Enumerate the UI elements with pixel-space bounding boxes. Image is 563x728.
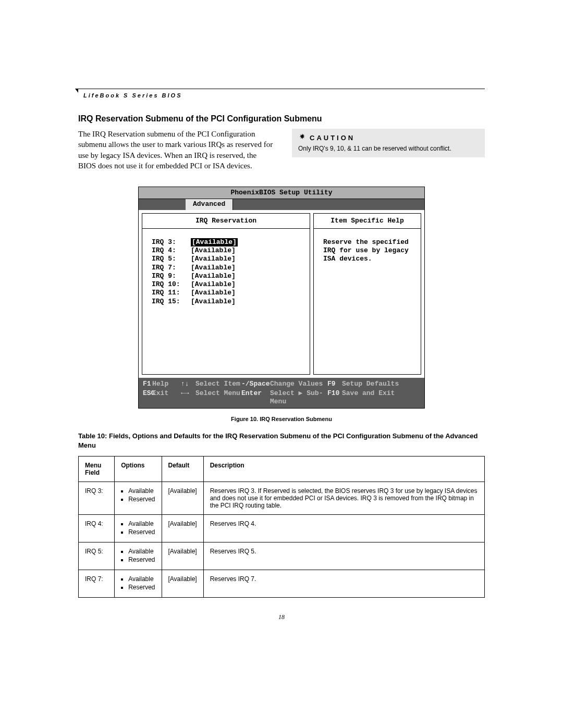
bios-item-list: IRQ 3:[Available]IRQ 4:[Available]IRQ 5:…: [142, 229, 310, 315]
intro-paragraph: The IRQ Reservation submenu of the PCI C…: [78, 129, 276, 171]
bios-irq-label: IRQ 4:: [152, 246, 186, 255]
bios-irq-value[interactable]: [Available]: [191, 238, 238, 246]
bios-footer-action: Select Menu: [195, 389, 241, 406]
bios-irq-row[interactable]: IRQ 10:[Available]: [152, 280, 300, 289]
doc-series: LifeBook S Series BIOS: [83, 92, 485, 98]
bios-title: PhoenixBIOS Setup Utility: [139, 187, 424, 199]
option-item: Available: [128, 487, 155, 495]
bios-footer-key: Enter: [241, 389, 270, 406]
option-item: Reserved: [128, 528, 155, 536]
bios-irq-value[interactable]: [Available]: [191, 255, 236, 263]
bios-body: IRQ Reservation IRQ 3:[Available]IRQ 4:[…: [139, 210, 424, 378]
cell-description: Reserves IRQ 4.: [203, 515, 484, 542]
bios-footer-action: Setup Defaults: [342, 380, 420, 388]
bios-footer-key: F1: [143, 380, 152, 388]
th-description: Description: [203, 456, 484, 482]
bios-irq-value[interactable]: [Available]: [191, 246, 236, 255]
bios-figure: PhoenixBIOS Setup Utility Advanced IRQ R…: [138, 187, 425, 409]
option-item: Available: [128, 575, 155, 583]
bios-right-pane: Item Specific Help Reserve the specified…: [313, 213, 421, 375]
cell-options: AvailableReserved: [115, 515, 162, 542]
bios-footer-key: ESC: [143, 389, 152, 406]
bios-footer-key: ↑↓: [181, 380, 195, 388]
table-row: IRQ 4:AvailableReserved[Available]Reserv…: [79, 515, 485, 542]
cell-menu-field: IRQ 4:: [79, 515, 115, 542]
bios-irq-label: IRQ 11:: [152, 289, 186, 297]
table-body: IRQ 3:AvailableReserved[Available]Reserv…: [79, 482, 485, 598]
options-table: Menu Field Options Default Description I…: [78, 456, 485, 598]
bios-irq-row[interactable]: IRQ 7:[Available]: [152, 264, 300, 272]
table-row: IRQ 7:AvailableReserved[Available]Reserv…: [79, 570, 485, 598]
cell-menu-field: IRQ 5:: [79, 542, 115, 570]
bios-irq-row[interactable]: IRQ 3:[Available]: [152, 238, 300, 246]
bios-help-text: Reserve the specified IRQ for use by leg…: [314, 229, 421, 273]
caution-column: CAUTION Only IRQ's 9, 10, & 11 can be re…: [292, 129, 485, 171]
bios-footer-action: Exit: [152, 389, 181, 406]
bios-irq-value[interactable]: [Available]: [191, 298, 236, 306]
cell-default: [Available]: [162, 482, 203, 515]
th-default: Default: [162, 456, 203, 482]
option-item: Available: [128, 520, 155, 527]
cell-description: Reserves IRQ 5.: [203, 542, 484, 570]
bios-footer-key: F10: [327, 389, 342, 406]
bios-irq-label: IRQ 3:: [152, 238, 186, 246]
page-number: 18: [78, 613, 485, 621]
cell-options: AvailableReserved: [115, 542, 162, 570]
bios-irq-row[interactable]: IRQ 9:[Available]: [152, 272, 300, 280]
cell-default: [Available]: [162, 542, 203, 570]
bios-left-pane: IRQ Reservation IRQ 3:[Available]IRQ 4:[…: [142, 213, 310, 375]
bios-irq-row[interactable]: IRQ 5:[Available]: [152, 255, 300, 263]
option-item: Reserved: [128, 556, 155, 563]
bios-irq-row[interactable]: IRQ 11:[Available]: [152, 289, 300, 297]
bios-footer-action: Change Values: [270, 380, 327, 388]
bios-right-title: Item Specific Help: [314, 214, 421, 229]
bios-irq-label: IRQ 10:: [152, 280, 186, 289]
bios-footer: F1Help↑↓Select Item-/SpaceChange ValuesF…: [139, 378, 424, 409]
cell-menu-field: IRQ 7:: [79, 570, 115, 598]
figure-caption: Figure 10. IRQ Reservation Submenu: [78, 416, 485, 422]
caution-text: Only IRQ's 9, 10, & 11 can be reserved w…: [298, 145, 479, 152]
page: LifeBook S Series BIOS IRQ Reservation S…: [0, 0, 563, 652]
bios-footer-action: Select Item: [195, 380, 241, 388]
cell-description: Reserves IRQ 7.: [203, 570, 484, 598]
cell-description: Reserves IRQ 3. If Reserved is selected,…: [203, 482, 484, 515]
bios-irq-label: IRQ 15:: [152, 298, 186, 306]
th-menu-field: Menu Field: [79, 456, 115, 482]
table-row: IRQ 3:AvailableReserved[Available]Reserv…: [79, 482, 485, 515]
caution-icon: [298, 133, 307, 143]
table-title: Table 10: Fields, Options and Defaults f…: [78, 431, 485, 450]
bios-irq-label: IRQ 9:: [152, 272, 186, 280]
bios-window: PhoenixBIOS Setup Utility Advanced IRQ R…: [138, 187, 425, 409]
cell-menu-field: IRQ 3:: [79, 482, 115, 515]
bios-irq-value[interactable]: [Available]: [191, 272, 236, 280]
table-header-row: Menu Field Options Default Description: [79, 456, 485, 482]
cell-options: AvailableReserved: [115, 570, 162, 598]
bios-left-title: IRQ Reservation: [142, 214, 310, 229]
cell-options: AvailableReserved: [115, 482, 162, 515]
bios-irq-value[interactable]: [Available]: [191, 264, 236, 272]
bios-footer-action: Help: [152, 380, 181, 388]
bios-irq-row[interactable]: IRQ 15:[Available]: [152, 298, 300, 306]
two-column: The IRQ Reservation submenu of the PCI C…: [78, 129, 485, 171]
bios-irq-value[interactable]: [Available]: [191, 289, 236, 297]
bios-irq-value[interactable]: [Available]: [191, 280, 236, 289]
bios-footer-key: F9: [327, 380, 342, 388]
caution-box: CAUTION Only IRQ's 9, 10, & 11 can be re…: [292, 129, 485, 157]
bios-irq-row[interactable]: IRQ 4:[Available]: [152, 246, 300, 255]
bios-irq-label: IRQ 7:: [152, 264, 186, 272]
caution-heading: CAUTION: [298, 133, 479, 143]
bios-tab-advanced[interactable]: Advanced: [186, 199, 233, 209]
cell-default: [Available]: [162, 515, 203, 542]
bios-tab-bar: Advanced: [139, 199, 424, 209]
th-options: Options: [115, 456, 162, 482]
bios-footer-action: Save and Exit: [342, 389, 420, 406]
caution-label: CAUTION: [310, 134, 355, 142]
option-item: Reserved: [128, 496, 155, 503]
section-title: IRQ Reservation Submenu of the PCI Confi…: [78, 114, 485, 124]
cell-default: [Available]: [162, 570, 203, 598]
bios-footer-key: ←→: [181, 389, 195, 406]
table-row: IRQ 5:AvailableReserved[Available]Reserv…: [79, 542, 485, 570]
bios-footer-key: -/Space: [241, 380, 270, 388]
option-item: Reserved: [128, 584, 155, 591]
bios-irq-label: IRQ 5:: [152, 255, 186, 263]
